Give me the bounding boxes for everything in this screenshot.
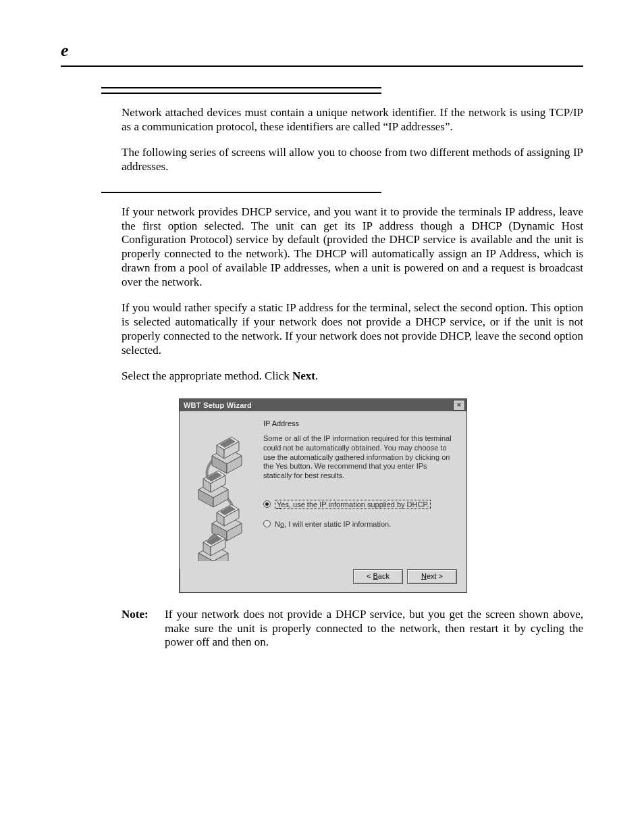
option-static-pre: N (275, 520, 280, 528)
section-rule-mid (101, 192, 381, 193)
header-rule (61, 65, 583, 67)
next-accel: N (421, 572, 427, 580)
option-dhcp-rest: es, use the IP information supplied by D… (281, 500, 429, 509)
radio-static[interactable] (263, 520, 271, 527)
select-method-next-bold: Next (292, 369, 315, 382)
option-static[interactable]: No, I will enter static IP information. (263, 520, 457, 528)
radio-dhcp[interactable] (263, 500, 271, 508)
wizard-options: Yes, use the IP information supplied by … (263, 500, 457, 528)
next-rest: ext > (427, 572, 443, 580)
wizard-dialog-figure: WBT Setup Wizard × (179, 398, 466, 593)
back-button[interactable]: < Back (353, 569, 403, 584)
wizard-titlebar: WBT Setup Wizard × (180, 399, 466, 411)
back-lt: < (367, 572, 373, 580)
close-icon[interactable]: × (453, 400, 465, 411)
select-method-post: . (315, 369, 318, 382)
wizard-heading: IP Address (263, 419, 457, 427)
wizard-title-text: WBT Setup Wizard (184, 401, 453, 409)
section-rule-top-1 (101, 87, 381, 88)
page-header-letter: e (61, 41, 583, 61)
wizard-description: Some or all of the IP information requir… (263, 434, 457, 481)
back-rest: ack (378, 572, 390, 580)
wizard-main: IP Address Some or all of the IP informa… (263, 419, 457, 564)
note-block: Note: If your network does not provide a… (122, 608, 583, 650)
wizard-dialog: WBT Setup Wizard × (179, 398, 467, 593)
radio-dot-icon (265, 502, 269, 506)
section-rule-top-2 (101, 93, 381, 94)
document-page: e Network attached devices must contain … (0, 0, 644, 834)
wizard-button-row: < Back Next > (180, 569, 466, 592)
select-method-pre: Select the appropriate method. Click (122, 369, 292, 382)
note-label: Note: (122, 608, 165, 650)
back-accel: B (373, 572, 378, 580)
paragraph-dhcp: If your network provides DHCP service, a… (122, 205, 583, 289)
option-static-label: No, I will enter static IP information. (275, 520, 391, 528)
next-button[interactable]: Next > (407, 569, 457, 584)
paragraph-intro-1: Network attached devices must contain a … (122, 106, 583, 134)
paragraph-static: If you would rather specify a static IP … (122, 301, 583, 357)
paragraph-select-method: Select the appropriate method. Click Nex… (122, 369, 583, 384)
wizard-body: IP Address Some or all of the IP informa… (180, 411, 466, 569)
content-block: Network attached devices must contain a … (101, 87, 583, 650)
option-dhcp[interactable]: Yes, use the IP information supplied by … (263, 500, 457, 509)
option-static-rest: , I will enter static IP information. (284, 520, 391, 528)
wizard-art-panel (189, 419, 251, 564)
network-art-icon (189, 419, 251, 561)
paragraph-intro-2: The following series of screens will all… (122, 146, 583, 174)
option-dhcp-label: Yes, use the IP information supplied by … (275, 500, 431, 509)
note-body: If your network does not provide a DHCP … (165, 608, 583, 650)
